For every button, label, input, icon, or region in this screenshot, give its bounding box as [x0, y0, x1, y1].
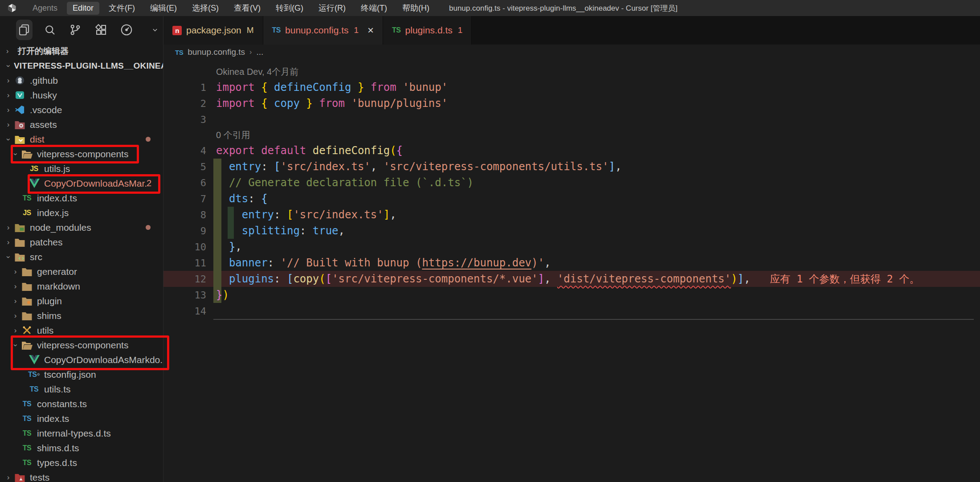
code-line-9[interactable]: 9 splitting: true,: [163, 223, 980, 239]
tree-item-internal-types.d.ts[interactable]: TSinternal-types.d.ts: [0, 426, 163, 441]
code-line-7[interactable]: 7 dts: {: [163, 191, 980, 207]
tree-item-tsconfig.json[interactable]: TStsconfig.json: [0, 367, 163, 382]
chevron-collapsed-icon[interactable]: ›: [3, 473, 14, 482]
tree-item-utils.js[interactable]: JSutils.js: [0, 161, 163, 176]
code-line-6[interactable]: 6 // Generate declaration file (`.d.ts`): [163, 175, 980, 191]
tree-item-patches[interactable]: ›patches: [0, 235, 163, 249]
tree-item-tests[interactable]: ›tests: [0, 470, 163, 482]
extensions-icon[interactable]: [93, 20, 110, 40]
menu-item-2[interactable]: 文件(F): [103, 1, 141, 15]
chevron-collapsed-icon[interactable]: ›: [3, 76, 14, 85]
code-line-2[interactable]: 2import { copy } from 'bunup/plugins': [163, 95, 980, 111]
chevron-collapsed-icon[interactable]: ›: [3, 238, 14, 247]
code-line-1[interactable]: 1import { defineConfig } from 'bunup': [163, 79, 980, 95]
tab-label: bunup.config.ts: [285, 25, 348, 36]
line-number: 6: [163, 177, 206, 188]
close-icon[interactable]: ×: [368, 25, 374, 36]
code-line-5[interactable]: 5 entry: ['src/index.ts', 'src/vitepress…: [163, 159, 980, 175]
tree-item-label: shims: [37, 310, 61, 321]
chevron-expanded-icon[interactable]: ›: [3, 135, 14, 144]
code-editor[interactable]: Okinea Dev, 4个月前1import { defineConfig }…: [163, 60, 980, 482]
tree-item-utils.ts[interactable]: TSutils.ts: [0, 382, 163, 396]
tree-item-shims[interactable]: ›shims: [0, 308, 163, 323]
chevron-down-icon[interactable]: [147, 20, 163, 40]
breadcrumb-more[interactable]: ...: [256, 47, 263, 57]
chevron-collapsed-icon[interactable]: ›: [10, 326, 21, 335]
husky-icon: [14, 90, 26, 100]
run-debug-icon[interactable]: [118, 20, 135, 40]
explorer-icon[interactable]: [16, 20, 33, 40]
chevron-collapsed-icon[interactable]: ›: [10, 297, 21, 306]
menu-item-5[interactable]: 查看(V): [228, 1, 266, 15]
ts-blue-icon: TS: [21, 415, 33, 423]
menu-item-1[interactable]: Editor: [67, 2, 99, 15]
tree-item-generator[interactable]: ›generator: [0, 264, 163, 279]
chevron-expanded-icon[interactable]: ›: [10, 150, 21, 159]
menu-item-7[interactable]: 运行(R): [313, 1, 351, 15]
tree-item-index.d.ts[interactable]: TSindex.d.ts: [0, 191, 163, 205]
tree-item-index.js[interactable]: JSindex.js: [0, 205, 163, 220]
code-text: import { copy } from 'bunup/plugins': [206, 97, 448, 110]
tree-item-assets[interactable]: ›assets: [0, 117, 163, 132]
tree-item-copyordownloadasmarkdo...[interactable]: CopyOrDownloadAsMarkdo...: [0, 352, 163, 367]
menu-item-8[interactable]: 终端(T): [355, 1, 393, 15]
code-line-11[interactable]: 11 banner: '// Built with bunup (https:/…: [163, 255, 980, 271]
code-line-8[interactable]: 8 entry: ['src/index.ts'],: [163, 207, 980, 223]
inline-error-message: 应有 1 个参数，但获得 2 个。: [770, 272, 919, 286]
tree-item-shims.d.ts[interactable]: TSshims.d.ts: [0, 441, 163, 455]
menu-item-0[interactable]: Agents: [27, 2, 63, 15]
code-line-4[interactable]: 4export default defineConfig({: [163, 143, 980, 159]
tree-item-dist[interactable]: ›dist: [0, 132, 163, 147]
code-line-10[interactable]: 10 },: [163, 239, 980, 255]
source-control-icon[interactable]: [67, 20, 84, 40]
chevron-collapsed-icon[interactable]: ›: [3, 120, 14, 129]
code-line-12[interactable]: 12 plugins: [copy(['src/vitepress-compon…: [163, 271, 980, 287]
tab-bunup.config.ts[interactable]: TSbunup.config.ts1×: [263, 16, 383, 45]
tab-package.json[interactable]: npackage.jsonM: [163, 16, 263, 45]
tree-item-utils[interactable]: ›utils: [0, 323, 163, 338]
code-line-13[interactable]: 13}): [163, 287, 980, 303]
tree-item-copyordownloadasmar...[interactable]: CopyOrDownloadAsMar...2: [0, 176, 163, 191]
open-editors-header[interactable]: › 打开的编辑器: [0, 44, 163, 58]
menu-item-6[interactable]: 转到(G): [270, 1, 309, 15]
chevron-expanded-icon[interactable]: ›: [3, 253, 14, 261]
ts-green-icon: TS: [21, 459, 33, 467]
tree-item-.vscode[interactable]: ›.vscode: [0, 102, 163, 117]
end-of-changes-rule: [213, 319, 974, 320]
tree-item-label: generator: [37, 266, 77, 277]
tree-item-vitepress-components[interactable]: ›vitepress-components: [0, 338, 163, 352]
chevron-collapsed-icon[interactable]: ›: [10, 311, 21, 320]
tree-item-node_modules[interactable]: ›node_modules: [0, 220, 163, 235]
code-line-3[interactable]: 3: [163, 111, 980, 127]
tree-item-label: constants.ts: [37, 399, 87, 409]
tree-root-folder[interactable]: › VITEPRESS-PLUGIN-LLMS__OKINEADEV: [0, 58, 163, 73]
chevron-collapsed-icon[interactable]: ›: [10, 267, 21, 276]
tree-item-.github[interactable]: ›.github: [0, 73, 163, 88]
chevron-collapsed-icon[interactable]: ›: [3, 223, 14, 232]
tree-item-plugin[interactable]: ›plugin: [0, 294, 163, 308]
chevron-expanded-icon[interactable]: ›: [10, 341, 21, 350]
tree-item-constants.ts[interactable]: TSconstants.ts: [0, 396, 163, 411]
menu-item-3[interactable]: 编辑(E): [144, 1, 183, 15]
folder-plugin-icon: [21, 296, 33, 306]
tree-item-.husky[interactable]: ›.husky: [0, 88, 163, 102]
tree-item-label: utils: [37, 325, 53, 336]
js-icon: JS: [28, 165, 40, 173]
tree-item-types.d.ts[interactable]: TStypes.d.ts: [0, 455, 163, 470]
folder-icon: [21, 311, 33, 321]
folder-open-icon: [21, 149, 33, 159]
chevron-collapsed-icon[interactable]: ›: [10, 282, 21, 291]
menu-item-9[interactable]: 帮助(H): [396, 1, 435, 15]
chevron-collapsed-icon[interactable]: ›: [3, 91, 14, 100]
code-line-14[interactable]: 14: [163, 303, 980, 319]
tree-item-vitepress-components[interactable]: ›vitepress-components: [0, 147, 163, 161]
menu-item-4[interactable]: 选择(S): [186, 1, 225, 15]
chevron-collapsed-icon[interactable]: ›: [3, 106, 14, 114]
tree-item-index.ts[interactable]: TSindex.ts: [0, 411, 163, 426]
tab-plugins.d.ts[interactable]: TSplugins.d.ts1: [383, 16, 472, 45]
search-icon[interactable]: [42, 20, 58, 40]
tree-item-markdown[interactable]: ›markdown: [0, 279, 163, 294]
codelens-references[interactable]: 0 个引用: [163, 127, 980, 143]
breadcrumb-file[interactable]: bunup.config.ts: [188, 47, 245, 57]
tree-item-src[interactable]: ›src: [0, 249, 163, 264]
